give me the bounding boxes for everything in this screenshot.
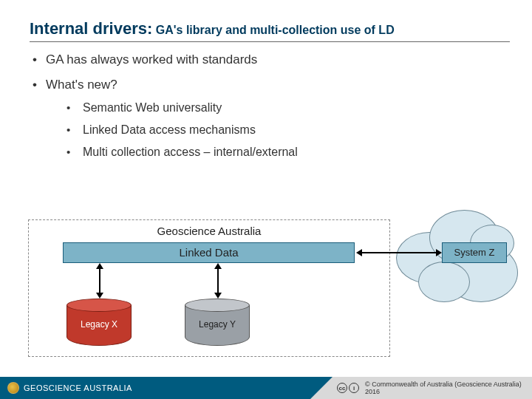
linked-data-box: Linked Data [63,242,355,263]
legacy-y-label: Legacy Y [185,319,250,330]
legacy-x-label: Legacy X [66,319,132,330]
sub-bullet-item: Semantic Web universality [46,101,510,115]
title-sub: GA's library and multi-collection use of… [156,24,395,36]
sub-bullet-list: Semantic Web universality Linked Data ac… [46,101,510,159]
bullet-text: What's new? [46,78,117,92]
footer-brand-text: GEOSCIENCE AUSTRALIA [24,383,132,392]
footer-bar: GEOSCIENCE AUSTRALIA cc i © Commonwealth… [0,377,532,399]
bullet-text: Multi collection access – internal/exter… [83,146,298,158]
bullet-text: Linked Data access mechanisms [83,123,256,136]
footer-tail: cc i © Commonwealth of Australia (Geosci… [310,377,532,399]
bullet-item: What's new? Semantic Web universality Li… [30,78,510,159]
diagram: Geoscience Australia Linked Data System … [28,216,501,367]
footer-copyright: © Commonwealth of Australia (Geoscience … [365,381,532,395]
content-area: Internal drivers: GA's library and multi… [0,0,532,159]
ga-logo-icon [7,382,19,394]
sub-bullet-item: Multi collection access – internal/exter… [46,146,510,159]
arrowhead-icon [96,293,103,299]
title-main: Internal drivers: [30,19,152,38]
system-z-box: System Z [442,242,507,263]
sub-bullet-item: Linked Data access mechanisms [46,123,510,137]
cc-circle-icon: cc [337,383,347,393]
bullet-item: GA has always worked with standards [30,52,510,67]
legacy-y-cylinder: Legacy Y [185,299,250,346]
bullet-text: GA has always worked with standards [46,52,257,66]
arrow-ld-to-systemz [362,252,436,253]
ga-container-label: Geoscience Australia [29,220,389,237]
legacy-x-cylinder: Legacy X [66,299,132,346]
bullet-text: Semantic Web universality [83,101,222,114]
cc-by-circle-icon: i [349,383,359,393]
slide-root: Internal drivers: GA's library and multi… [0,0,532,399]
arrowhead-icon [214,293,222,299]
arrowhead-icon [214,263,222,269]
arrow-legacyy-ld [217,267,219,294]
title-line: Internal drivers: GA's library and multi… [30,19,510,42]
arrowhead-icon [96,263,103,269]
footer-brand: GEOSCIENCE AUSTRALIA [7,382,132,394]
arrow-legacyx-ld [99,267,100,294]
bullet-list: GA has always worked with standards What… [30,52,510,159]
cc-license-icon: cc i [337,383,359,393]
